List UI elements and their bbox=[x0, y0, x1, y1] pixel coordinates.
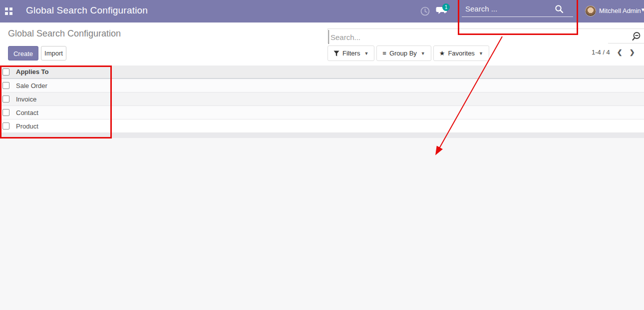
favorites-star-icon: ★ bbox=[439, 50, 445, 57]
apps-square bbox=[9, 8, 12, 10]
row-label: Invoice bbox=[16, 96, 36, 103]
row-checkbox[interactable] bbox=[2, 122, 9, 130]
messages-count-badge: 1 bbox=[442, 4, 450, 11]
row-checkbox[interactable] bbox=[2, 82, 9, 89]
favorites-button[interactable]: ★ Favorites ▼ bbox=[433, 46, 489, 61]
filters-button[interactable]: Filters ▼ bbox=[327, 46, 374, 61]
row-checkbox[interactable] bbox=[2, 109, 9, 116]
apps-square bbox=[5, 8, 8, 10]
table-row[interactable]: Invoice bbox=[0, 92, 644, 106]
pager-previous-icon[interactable]: ❮ bbox=[617, 48, 623, 56]
apps-menu-icon[interactable] bbox=[5, 8, 12, 15]
row-label: Product bbox=[16, 122, 38, 130]
row-label: Contact bbox=[16, 109, 38, 116]
search-options-bar: Filters ▼ ≡ Group By ▼ ★ Favorites ▼ bbox=[327, 46, 489, 61]
list-footer-band bbox=[0, 133, 644, 138]
group-by-bars-icon: ≡ bbox=[382, 51, 386, 56]
global-search-input[interactable] bbox=[462, 2, 562, 14]
group-by-caret-icon: ▼ bbox=[421, 51, 425, 56]
filters-label: Filters bbox=[342, 50, 360, 57]
favorites-caret-icon: ▼ bbox=[479, 51, 483, 56]
group-by-label: Group By bbox=[389, 50, 417, 57]
create-button[interactable]: Create bbox=[8, 46, 38, 60]
list-search-box bbox=[327, 28, 644, 44]
user-avatar[interactable] bbox=[585, 6, 596, 16]
search-underline bbox=[462, 16, 573, 17]
list-header-row: Applies To bbox=[0, 66, 644, 79]
group-by-button[interactable]: ≡ Group By ▼ bbox=[376, 46, 431, 61]
import-button[interactable]: Import bbox=[41, 46, 66, 60]
filter-funnel-icon bbox=[333, 50, 339, 56]
row-checkbox[interactable] bbox=[2, 96, 9, 102]
toggle-search-options-icon[interactable] bbox=[631, 32, 641, 42]
activities-clock-icon[interactable] bbox=[420, 6, 430, 16]
column-header-applies-to[interactable]: Applies To bbox=[16, 68, 48, 76]
global-search-box bbox=[462, 2, 575, 18]
control-panel: Global Search Configuration Create Impor… bbox=[0, 22, 644, 66]
top-navbar: Global Search Configuration 1 Mitchell A… bbox=[0, 0, 644, 22]
breadcrumb-page-title: Global Search Configuration bbox=[8, 28, 121, 39]
pager: 1-4 / 4 ❮ ❯ bbox=[592, 48, 635, 56]
app-title: Global Search Configuration bbox=[26, 5, 148, 16]
user-menu-caret-icon[interactable]: ▼ bbox=[641, 7, 644, 12]
app-screen: Global Search Configuration 1 Mitchell A… bbox=[0, 0, 644, 310]
user-menu[interactable]: Mitchell Admin bbox=[599, 7, 641, 14]
table-row[interactable]: Product bbox=[0, 120, 644, 133]
apps-square bbox=[5, 12, 8, 15]
filters-caret-icon: ▼ bbox=[364, 51, 368, 56]
list-search-input[interactable] bbox=[328, 30, 608, 44]
pager-range: 1-4 / 4 bbox=[592, 48, 610, 56]
table-row[interactable]: Contact bbox=[0, 106, 644, 120]
favorites-label: Favorites bbox=[448, 50, 474, 57]
list-body: Sale Order Invoice Contact Product bbox=[0, 79, 644, 133]
pager-next-icon[interactable]: ❯ bbox=[630, 48, 635, 56]
row-label: Sale Order bbox=[16, 82, 47, 90]
select-all-checkbox[interactable] bbox=[2, 68, 9, 76]
records-list: Applies To Sale Order Invoice Contact Pr… bbox=[0, 66, 644, 138]
table-row[interactable]: Sale Order bbox=[0, 79, 644, 92]
messages-menu[interactable]: 1 bbox=[436, 6, 453, 18]
apps-square bbox=[9, 12, 12, 15]
search-icon[interactable] bbox=[555, 4, 564, 14]
